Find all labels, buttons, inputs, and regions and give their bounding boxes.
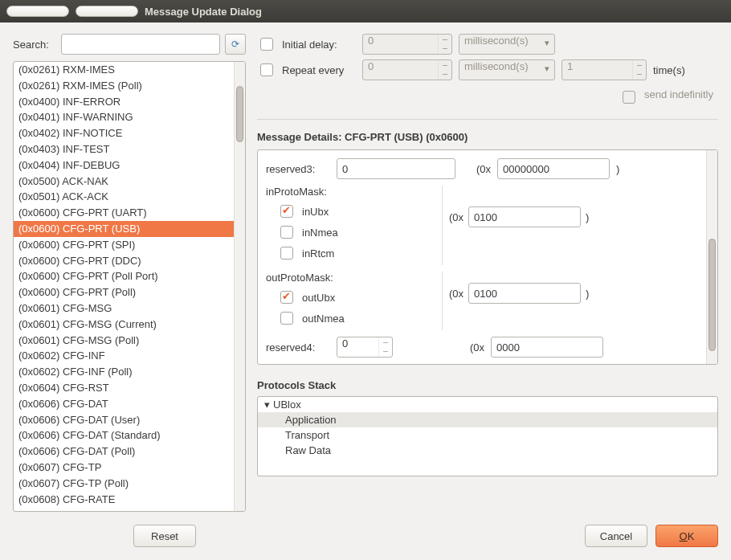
rparen: ) [586, 288, 589, 300]
send-indefinitely-label: send indefinitly [644, 88, 713, 106]
refresh-icon: ⟳ [231, 39, 239, 50]
outprotomask-hex-input[interactable] [468, 283, 581, 304]
divider [257, 119, 718, 120]
protocols-tree[interactable]: ▾ UBlox ApplicationTransportRaw Data [257, 396, 718, 476]
list-item[interactable]: (0x0601) CFG-MSG [14, 300, 234, 317]
list-item[interactable]: (0x0401) INF-WARNING [14, 109, 234, 125]
window-title: Message Update Dialog [145, 6, 262, 18]
list-item[interactable]: (0x0606) CFG-DAT (Standard) [14, 427, 234, 444]
inrtcm-checkbox[interactable] [280, 247, 293, 260]
tree-root[interactable]: ▾ UBlox [258, 397, 717, 412]
repeat-checkbox[interactable] [260, 63, 273, 76]
message-details-heading: Message Details: CFG-PRT (USB) (0x0600) [257, 131, 718, 143]
innmea-checkbox[interactable] [280, 226, 293, 239]
list-item[interactable]: (0x0606) CFG-DAT (Poll) [14, 444, 234, 460]
list-item[interactable]: (0x0400) INF-ERROR [14, 94, 234, 110]
outprotomask-label: outProtoMask: [266, 272, 434, 284]
list-item[interactable]: (0x0607) CFG-TP [14, 460, 234, 476]
outnmea-label: outNmea [302, 313, 345, 325]
list-item[interactable]: (0x0600) CFG-PRT (DDC) [14, 253, 234, 269]
minimize-icon[interactable] [76, 6, 138, 17]
titlebar: Message Update Dialog [0, 0, 731, 22]
details-scrollbar[interactable] [706, 150, 717, 364]
list-item[interactable]: (0x0608) CFG-RATE [14, 492, 234, 508]
repeat-label: Repeat every [282, 64, 356, 76]
list-item[interactable]: (0x0602) CFG-INF [14, 348, 234, 364]
list-item[interactable]: (0x0606) CFG-DAT [14, 396, 234, 412]
list-item[interactable]: (0x0403) INF-TEST [14, 141, 234, 157]
reserved3-label: reserved3: [266, 163, 330, 175]
hex-prefix: (0x [449, 211, 464, 223]
list-item[interactable]: (0x0601) CFG-MSG (Current) [14, 317, 234, 333]
repeat-times-spinner[interactable]: 1 [562, 59, 647, 80]
list-item[interactable]: (0x0606) CFG-DAT (User) [14, 412, 234, 428]
chevron-down-icon: ▾ [264, 399, 270, 411]
list-item[interactable]: (0x0607) CFG-TP (Poll) [14, 476, 234, 492]
search-label: Search: [13, 39, 56, 51]
list-item[interactable]: (0x0261) RXM-IMES [14, 62, 234, 78]
inubx-checkbox[interactable] [280, 205, 293, 218]
outnmea-checkbox[interactable] [280, 312, 293, 325]
rparen: ) [586, 211, 589, 223]
reserved3-hex-input[interactable] [497, 158, 610, 179]
hex-prefix: (0x [476, 163, 491, 175]
repeat-unit[interactable]: millisecond(s) [459, 59, 555, 80]
list-item[interactable]: (0x0608) CFG-RATE (Poll) [14, 507, 234, 511]
inprotomask-hex-input[interactable] [468, 206, 581, 227]
reserved3-input[interactable] [337, 158, 455, 179]
outubx-checkbox[interactable] [280, 291, 293, 304]
list-item[interactable]: (0x0404) INF-DEBUG [14, 157, 234, 174]
inubx-label: inUbx [302, 206, 329, 218]
tree-item[interactable]: Raw Data [258, 443, 717, 458]
inrtcm-label: inRtcm [302, 247, 334, 260]
ok-button[interactable]: OK [655, 525, 718, 547]
close-icon[interactable] [6, 6, 69, 17]
rparen: ) [616, 163, 619, 175]
list-item[interactable]: (0x0402) INF-NOTICE [14, 125, 234, 141]
cancel-button[interactable]: Cancel [585, 525, 647, 547]
protocols-stack-heading: Protocols Stack [257, 379, 718, 391]
search-input[interactable] [61, 34, 220, 55]
reserved4-label: reserved4: [266, 341, 330, 354]
message-details-panel: reserved3: (0x ) inProtoMask: inUbx inNm… [257, 149, 718, 365]
message-list[interactable]: (0x0261) RXM-IMES(0x0261) RXM-IMES (Poll… [13, 61, 246, 512]
list-item[interactable]: (0x0261) RXM-IMES (Poll) [14, 78, 234, 94]
tree-root-label: UBlox [273, 399, 301, 411]
list-item[interactable]: (0x0600) CFG-PRT (USB) [14, 221, 234, 237]
initial-delay-label: Initial delay: [282, 39, 356, 51]
list-item[interactable]: (0x0602) CFG-INF (Poll) [14, 364, 234, 380]
initial-delay-checkbox[interactable] [260, 38, 273, 51]
list-item[interactable]: (0x0500) ACK-NAK [14, 174, 234, 190]
list-item[interactable]: (0x0604) CFG-RST [14, 380, 234, 396]
list-item[interactable]: (0x0501) ACK-ACK [14, 189, 234, 205]
tree-item[interactable]: Transport [258, 427, 717, 443]
list-item[interactable]: (0x0600) CFG-PRT (Poll) [14, 284, 234, 300]
search-options-button[interactable]: ⟳ [225, 34, 246, 55]
times-label: time(s) [653, 64, 685, 76]
outubx-label: outUbx [302, 292, 335, 304]
hex-prefix: (0x [449, 288, 464, 300]
reset-button[interactable]: Reset [133, 525, 196, 547]
list-item[interactable]: (0x0600) CFG-PRT (SPI) [14, 237, 234, 253]
send-indefinitely-checkbox [623, 91, 635, 104]
innmea-label: inNmea [302, 227, 338, 239]
initial-delay-unit[interactable]: millisecond(s) [459, 34, 555, 55]
repeat-value-spinner[interactable]: 0 [362, 59, 452, 80]
list-item[interactable]: (0x0600) CFG-PRT (UART) [14, 205, 234, 221]
reserved4-input[interactable]: 0 [337, 337, 393, 358]
initial-delay-spinner[interactable]: 0 [362, 34, 452, 55]
list-item[interactable]: (0x0601) CFG-MSG (Poll) [14, 333, 234, 349]
reserved4-hex-input[interactable] [491, 337, 603, 358]
inprotomask-label: inProtoMask: [266, 186, 434, 198]
message-list-scrollbar[interactable] [234, 62, 245, 511]
list-item[interactable]: (0x0600) CFG-PRT (Poll Port) [14, 268, 234, 284]
tree-item[interactable]: Application [258, 412, 717, 427]
hex-prefix: (0x [470, 341, 484, 354]
